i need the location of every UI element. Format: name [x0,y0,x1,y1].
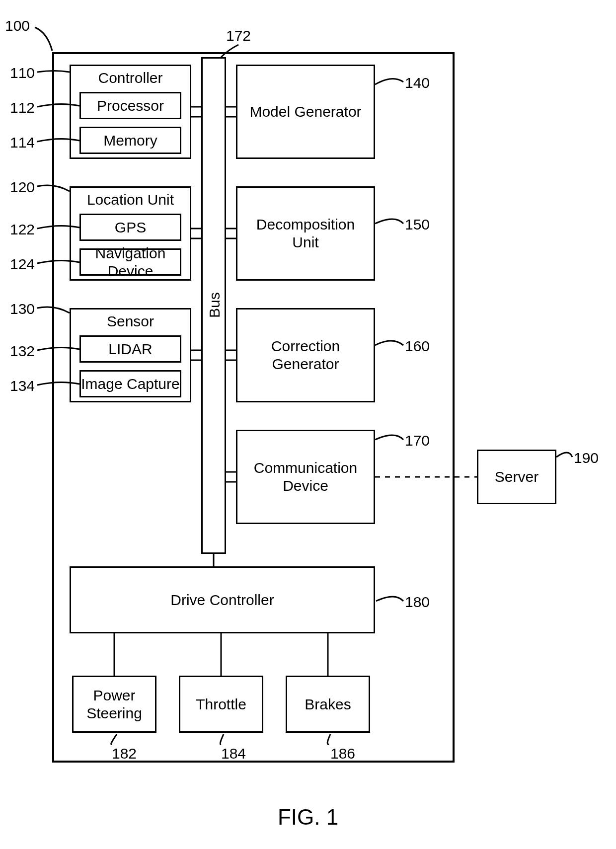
correction-generator-label: Correction Generator [271,337,340,373]
memory-label: Memory [103,132,157,150]
processor-label: Processor [97,97,164,115]
sensor-title: Sensor [71,312,190,330]
power-steering-box: Power Steering [72,676,156,733]
processor-box: Processor [79,92,181,119]
ref-122: 122 [10,221,35,238]
ref-190: 190 [574,450,599,466]
navigation-box: Navigation Device [79,248,181,276]
model-generator-label: Model Generator [249,103,361,121]
ref-134: 134 [10,378,35,394]
figure-label: FIG. 1 [0,805,616,830]
correction-generator-box: Correction Generator [236,308,375,402]
throttle-box: Throttle [179,676,263,733]
model-generator-box: Model Generator [236,65,375,159]
gps-label: GPS [115,219,146,236]
ref-182: 182 [112,745,137,762]
ref-112: 112 [10,99,35,116]
communication-device-label: Communication Device [254,459,357,495]
ref-132: 132 [10,343,35,360]
server-box: Server [477,450,556,504]
ref-120: 120 [10,179,35,196]
drive-controller-box: Drive Controller [70,566,375,633]
ref-114: 114 [10,134,35,151]
drive-controller-label: Drive Controller [170,591,274,609]
ref-130: 130 [10,301,35,317]
communication-device-box: Communication Device [236,430,375,524]
location-unit-title: Location Unit [71,191,190,209]
decomposition-unit-label: Decomposition Unit [256,216,355,251]
controller-title: Controller [71,69,190,87]
throttle-label: Throttle [196,695,246,713]
brakes-box: Brakes [286,676,370,733]
ref-124: 124 [10,256,35,273]
lidar-box: LIDAR [79,335,181,363]
ref-172: 172 [226,27,251,44]
ref-150: 150 [405,216,430,233]
memory-box: Memory [79,127,181,154]
ref-140: 140 [405,75,430,91]
ref-110: 110 [10,65,35,81]
ref-184: 184 [221,745,246,762]
ref-160: 160 [405,338,430,355]
ref-170: 170 [405,432,430,449]
ref-180: 180 [405,594,430,611]
bus-label: Bus [206,292,223,318]
diagram-canvas: Bus Controller Processor Memory Location… [0,0,616,849]
brakes-label: Brakes [305,695,351,713]
decomposition-unit-box: Decomposition Unit [236,186,375,281]
image-capture-label: Image Capture [81,375,179,393]
gps-box: GPS [79,214,181,241]
navigation-label: Navigation Device [81,244,180,280]
server-label: Server [495,468,539,486]
power-steering-label: Power Steering [86,687,142,722]
ref-100: 100 [5,17,30,34]
ref-186: 186 [330,745,355,762]
image-capture-box: Image Capture [79,370,181,397]
lidar-label: LIDAR [108,340,152,358]
